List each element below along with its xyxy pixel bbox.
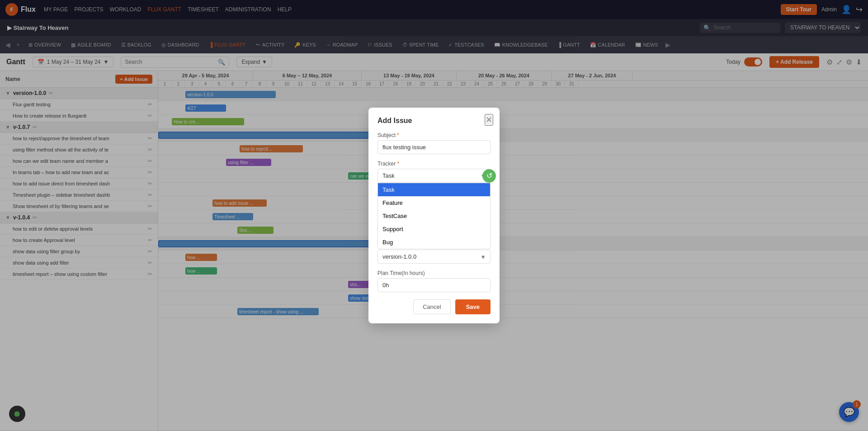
tracker-option-task[interactable]: Task xyxy=(378,183,490,196)
subject-label: Subject * xyxy=(377,132,491,138)
tracker-dropdown-list: Task Feature TestCase Support Bug xyxy=(377,183,491,249)
tracker-group: Tracker * Task ▼ ↺ Task Feature TestCase… xyxy=(377,161,491,183)
modal-close-button[interactable]: ✕ xyxy=(485,114,493,126)
modal-title: Add Issue xyxy=(377,117,491,125)
required-mark: * xyxy=(396,132,399,138)
tracker-option-feature[interactable]: Feature xyxy=(378,196,490,209)
release-select[interactable]: version-1.0.0 xyxy=(377,250,491,264)
tracker-indicator: ↺ xyxy=(482,169,496,183)
plan-time-input[interactable] xyxy=(377,278,491,292)
subject-input[interactable] xyxy=(377,140,491,154)
tracker-option-bug[interactable]: Bug xyxy=(378,236,490,249)
tracker-option-testcase[interactable]: TestCase xyxy=(378,209,490,223)
tracker-select[interactable]: Task xyxy=(377,169,491,183)
plan-time-label: Plan Time(In hours) xyxy=(377,270,491,276)
plan-time-group: Plan Time(In hours) xyxy=(377,270,491,292)
cancel-button[interactable]: Cancel xyxy=(413,299,450,314)
save-button[interactable]: Save xyxy=(455,299,491,314)
release-select-wrap: version-1.0.0 ▼ xyxy=(377,250,491,264)
required-mark: * xyxy=(396,161,399,167)
subject-group: Subject * xyxy=(377,132,491,154)
tracker-option-support[interactable]: Support xyxy=(378,223,490,236)
tracker-label: Tracker * xyxy=(377,161,491,167)
modal-overlay: Add Issue ✕ Subject * Tracker * Task ▼ ↺ xyxy=(0,0,868,430)
tracker-select-wrap: Task ▼ ↺ xyxy=(377,169,491,183)
add-issue-modal: Add Issue ✕ Subject * Tracker * Task ▼ ↺ xyxy=(368,108,500,323)
modal-actions: Cancel Save xyxy=(377,299,491,314)
